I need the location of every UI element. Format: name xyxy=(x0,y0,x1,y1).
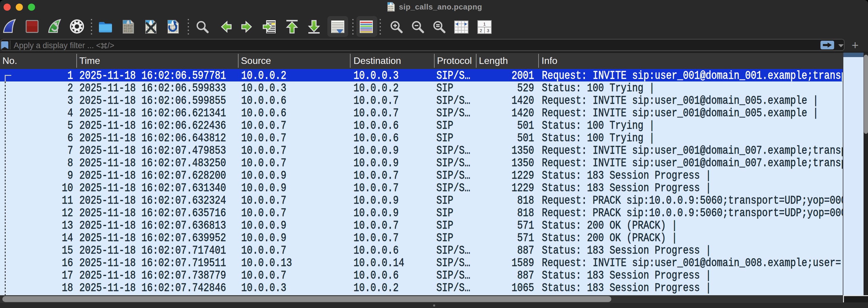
svg-text:3: 3 xyxy=(487,28,489,33)
svg-text:0111: 0111 xyxy=(388,9,394,11)
svg-text:2: 2 xyxy=(480,28,482,33)
svg-text:1: 1 xyxy=(483,21,486,26)
svg-text:01110: 01110 xyxy=(124,30,133,33)
